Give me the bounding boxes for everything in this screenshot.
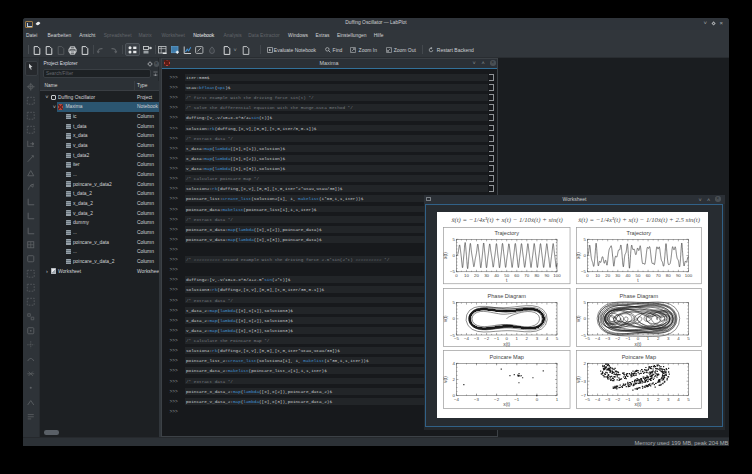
svg-text:30: 30 — [485, 274, 490, 279]
svg-text:80: 80 — [666, 274, 671, 279]
svg-text:−3: −3 — [605, 397, 611, 402]
svg-text:−5: −5 — [581, 333, 587, 338]
svg-text:40: 40 — [495, 274, 500, 279]
svg-text:x(t): x(t) — [504, 342, 511, 347]
svg-text:Phase Diagram: Phase Diagram — [488, 293, 527, 299]
svg-text:Trajectory: Trajectory — [627, 230, 652, 236]
svg-text:40: 40 — [626, 274, 631, 279]
svg-text:10: 10 — [595, 274, 600, 279]
svg-text:v(t): v(t) — [577, 315, 582, 322]
svg-text:70: 70 — [656, 274, 661, 279]
svg-text:x(t): x(t) — [577, 252, 582, 259]
svg-text:20: 20 — [474, 274, 479, 279]
svg-text:−4: −4 — [595, 397, 601, 402]
svg-text:x(t): x(t) — [504, 403, 511, 408]
svg-text:−3: −3 — [581, 379, 587, 384]
svg-text:−5: −5 — [450, 270, 456, 275]
svg-text:v(t): v(t) — [577, 376, 582, 383]
svg-text:Trajectory: Trajectory — [495, 230, 520, 236]
svg-text:−3: −3 — [605, 336, 611, 341]
svg-text:−2: −2 — [616, 397, 622, 402]
svg-text:Poincare Map: Poincare Map — [490, 354, 524, 360]
svg-text:Poincare Map: Poincare Map — [622, 354, 656, 360]
svg-text:x(t): x(t) — [635, 342, 642, 347]
svg-text:60: 60 — [646, 274, 651, 279]
svg-text:90: 90 — [545, 274, 550, 279]
svg-text:x(t): x(t) — [444, 252, 449, 259]
svg-text:30: 30 — [616, 274, 621, 279]
svg-text:20: 20 — [606, 274, 611, 279]
svg-text:−4: −4 — [595, 336, 601, 341]
svg-text:−1: −1 — [626, 397, 632, 402]
svg-text:100: 100 — [685, 274, 693, 279]
svg-text:−3: −3 — [474, 336, 480, 341]
svg-text:Phase Diagram: Phase Diagram — [620, 293, 659, 299]
svg-text:v(t): v(t) — [444, 376, 449, 383]
svg-text:90: 90 — [676, 274, 681, 279]
svg-text:−3: −3 — [474, 397, 480, 402]
svg-text:50: 50 — [636, 274, 641, 279]
svg-text:80: 80 — [535, 274, 540, 279]
svg-text:−7: −7 — [581, 394, 587, 399]
svg-text:−1: −1 — [494, 336, 500, 341]
svg-text:50: 50 — [505, 274, 510, 279]
svg-text:−2: −2 — [484, 336, 490, 341]
svg-text:10: 10 — [464, 274, 469, 279]
svg-text:60: 60 — [515, 274, 520, 279]
svg-text:−1: −1 — [626, 336, 632, 341]
svg-text:−4: −4 — [464, 336, 470, 341]
svg-text:−5: −5 — [450, 333, 456, 338]
svg-text:−2: −2 — [494, 397, 500, 402]
svg-text:v(t): v(t) — [444, 315, 449, 322]
svg-text:−1: −1 — [515, 397, 521, 402]
svg-text:−5: −5 — [581, 270, 587, 275]
svg-text:x(t): x(t) — [635, 403, 642, 408]
svg-text:100: 100 — [554, 274, 562, 279]
svg-text:70: 70 — [525, 274, 530, 279]
svg-text:−2: −2 — [616, 336, 622, 341]
